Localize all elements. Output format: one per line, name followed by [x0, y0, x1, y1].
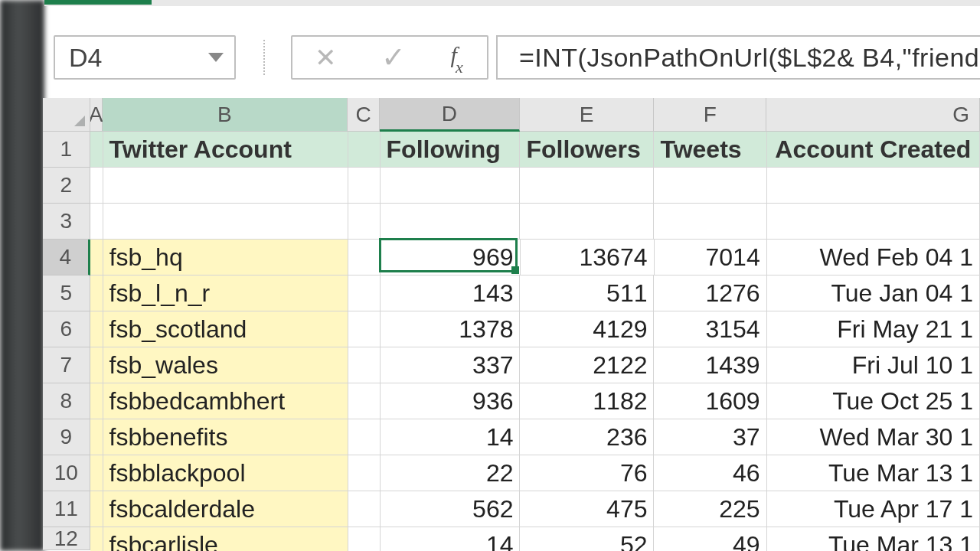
cell-G7[interactable]: Fri Jul 10 1: [767, 347, 980, 383]
cell-B4[interactable]: fsb_hq: [103, 240, 348, 276]
cell-A9[interactable]: [90, 419, 103, 455]
cell-G8[interactable]: Tue Oct 25 1: [767, 383, 980, 419]
cell-A10[interactable]: [90, 455, 103, 491]
row-header-10[interactable]: 10: [43, 455, 90, 491]
row-header-12[interactable]: 12: [43, 527, 90, 550]
cell-F11[interactable]: 225: [654, 491, 766, 527]
cell-C9[interactable]: [348, 419, 381, 455]
cell-F7[interactable]: 1439: [654, 347, 766, 383]
spreadsheet-grid[interactable]: A B C D E F G 1 Twitter Account Followin…: [43, 98, 980, 551]
cell-A2[interactable]: [90, 168, 103, 204]
col-header-C[interactable]: C: [348, 98, 380, 132]
cell-E3[interactable]: [520, 204, 654, 240]
cell-A11[interactable]: [90, 491, 103, 527]
cell-F6[interactable]: 3154: [654, 311, 766, 347]
cell-D2[interactable]: [381, 168, 521, 204]
cell-C2[interactable]: [348, 168, 381, 204]
cell-G1[interactable]: Account Created: [767, 132, 980, 168]
cell-A12[interactable]: [90, 527, 103, 551]
cell-G10[interactable]: Tue Mar 13 1: [767, 455, 980, 491]
cell-C3[interactable]: [348, 204, 381, 240]
row-header-4[interactable]: 4: [43, 240, 90, 276]
cell-E4[interactable]: 13674: [521, 240, 655, 276]
col-header-A[interactable]: A: [90, 98, 103, 132]
cell-G6[interactable]: Fri May 21 1: [767, 311, 980, 347]
cell-D9[interactable]: 14: [381, 419, 521, 455]
cell-C1[interactable]: [348, 132, 381, 168]
name-box[interactable]: D4: [54, 35, 236, 80]
cell-G5[interactable]: Tue Jan 04 1: [767, 276, 980, 311]
cell-B8[interactable]: fsbbedcambhert: [103, 383, 348, 419]
insert-function-icon[interactable]: fx: [451, 42, 465, 73]
row-header-6[interactable]: 6: [43, 311, 90, 347]
col-header-G[interactable]: G: [766, 98, 980, 132]
cell-B10[interactable]: fsbblackpool: [103, 455, 348, 491]
cell-G11[interactable]: Tue Apr 17 1: [767, 491, 980, 527]
cell-E2[interactable]: [520, 168, 654, 204]
cell-F9[interactable]: 37: [654, 419, 766, 455]
formula-bar[interactable]: =INT(JsonPathOnUrl($L$2& B4,"friends_co: [496, 35, 980, 80]
cell-A4[interactable]: [90, 240, 103, 276]
cell-E6[interactable]: 4129: [520, 311, 654, 347]
cell-D4[interactable]: 969: [381, 240, 521, 276]
cell-E11[interactable]: 475: [520, 491, 654, 527]
cell-D12[interactable]: 14: [381, 527, 521, 551]
cell-F12[interactable]: 49: [654, 527, 766, 551]
cell-C7[interactable]: [348, 347, 381, 383]
row-header-11[interactable]: 11: [43, 491, 90, 527]
row-header-5[interactable]: 5: [43, 276, 90, 311]
cell-G12[interactable]: Tue Mar 13 1: [767, 527, 980, 551]
cell-A3[interactable]: [90, 204, 103, 240]
cell-F10[interactable]: 46: [654, 455, 766, 491]
row-header-8[interactable]: 8: [43, 383, 90, 419]
cell-D1[interactable]: Following: [381, 132, 521, 168]
cell-D8[interactable]: 936: [381, 383, 521, 419]
cell-F2[interactable]: [654, 168, 766, 204]
row-header-1[interactable]: 1: [43, 132, 90, 168]
cell-F3[interactable]: [654, 204, 766, 240]
cell-F1[interactable]: Tweets: [654, 132, 766, 168]
row-header-9[interactable]: 9: [43, 419, 90, 455]
cell-B2[interactable]: [103, 168, 348, 204]
cell-B3[interactable]: [103, 204, 348, 240]
cell-C12[interactable]: [348, 527, 381, 551]
cell-G4[interactable]: Wed Feb 04 1: [767, 240, 980, 276]
cell-E9[interactable]: 236: [520, 419, 654, 455]
cell-F4[interactable]: 7014: [655, 240, 767, 276]
col-header-D[interactable]: D: [380, 98, 520, 132]
cell-E7[interactable]: 2122: [520, 347, 654, 383]
cell-B5[interactable]: fsb_l_n_r: [103, 276, 348, 311]
cell-D5[interactable]: 143: [381, 276, 521, 311]
cell-A7[interactable]: [90, 347, 103, 383]
cell-C11[interactable]: [348, 491, 381, 527]
cell-C5[interactable]: [348, 276, 381, 311]
cell-D11[interactable]: 562: [381, 491, 521, 527]
cell-A1[interactable]: [90, 132, 103, 168]
cell-E10[interactable]: 76: [520, 455, 654, 491]
col-header-B[interactable]: B: [103, 98, 348, 132]
row-header-3[interactable]: 3: [43, 204, 90, 240]
cell-D3[interactable]: [381, 204, 521, 240]
col-header-E[interactable]: E: [520, 98, 654, 132]
cell-F8[interactable]: 1609: [654, 383, 766, 419]
cell-E5[interactable]: 511: [520, 276, 654, 311]
cell-B7[interactable]: fsb_wales: [103, 347, 348, 383]
cell-E1[interactable]: Followers: [520, 132, 654, 168]
cell-D6[interactable]: 1378: [381, 311, 521, 347]
accept-formula-icon[interactable]: ✓: [381, 41, 406, 74]
row-header-2[interactable]: 2: [43, 168, 90, 204]
cell-F5[interactable]: 1276: [654, 276, 766, 311]
select-all-corner[interactable]: [43, 98, 90, 132]
cell-D10[interactable]: 22: [381, 455, 521, 491]
row-header-7[interactable]: 7: [43, 347, 90, 383]
cell-A5[interactable]: [90, 276, 103, 311]
cell-A6[interactable]: [90, 311, 103, 347]
cell-E8[interactable]: 1182: [520, 383, 654, 419]
cell-B12[interactable]: fsbcarlisle: [103, 527, 348, 551]
cell-G2[interactable]: [767, 168, 980, 204]
cell-D7[interactable]: 337: [381, 347, 521, 383]
cell-G9[interactable]: Wed Mar 30 1: [767, 419, 980, 455]
cell-E12[interactable]: 52: [520, 527, 654, 551]
cell-C8[interactable]: [348, 383, 381, 419]
cell-C10[interactable]: [348, 455, 381, 491]
